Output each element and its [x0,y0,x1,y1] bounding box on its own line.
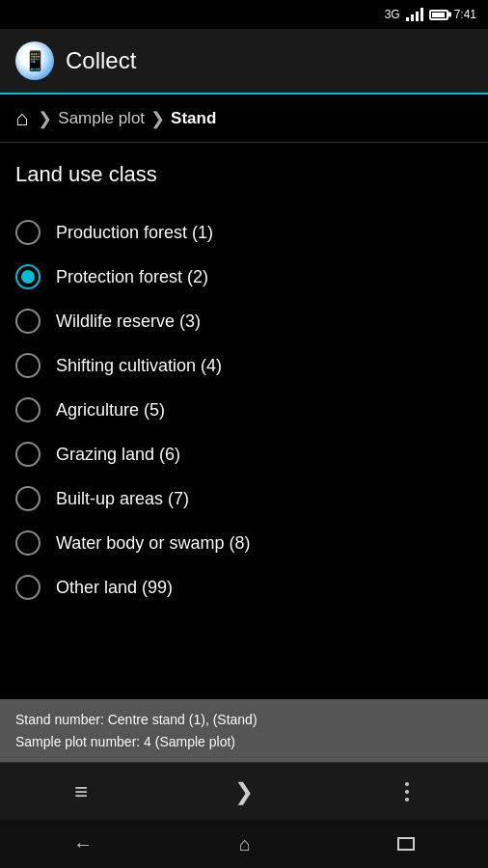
info-line-2: Sample plot number: 4 (Sample plot) [15,731,473,752]
radio-circle [15,575,41,600]
signal-icon [406,8,423,21]
radio-label: Wildlife reserve (3) [56,312,201,332]
radio-circle [15,264,41,289]
radio-circle [15,309,41,334]
battery-icon [429,10,448,20]
next-button[interactable]: ❯ [220,768,268,816]
recents-button[interactable] [397,837,415,851]
radio-item[interactable]: Production forest (1) [15,210,473,255]
chevron-icon-2: ❯ [150,108,165,129]
radio-circle [15,486,41,511]
recents-icon [397,837,415,851]
app-logo: 📱 [15,41,54,80]
status-bar: 3G 7:41 [0,0,488,29]
content-area: Land use class Production forest (1)Prot… [0,143,488,610]
radio-label: Other land (99) [56,578,173,598]
next-icon: ❯ [234,778,254,805]
radio-circle [15,353,41,378]
radio-list: Production forest (1)Protection forest (… [15,210,473,610]
radio-item[interactable]: Other land (99) [15,565,473,610]
info-bar: Stand number: Centre stand (1), (Stand) … [0,699,488,762]
app-header: 📱 Collect [0,29,488,95]
home-button[interactable]: ⌂ [239,833,251,855]
radio-circle [15,220,41,245]
radio-label: Grazing land (6) [56,445,180,465]
home-icon-sys: ⌂ [239,833,251,855]
breadcrumb-sample-plot[interactable]: Sample plot [58,109,145,128]
radio-item[interactable]: Water body or swamp (8) [15,521,473,565]
breadcrumb: ⌂ ❯ Sample plot ❯ Stand [0,95,488,143]
back-button[interactable]: ← [73,833,93,855]
radio-circle [15,397,41,422]
radio-label: Water body or swamp (8) [56,533,250,554]
radio-label: Agriculture (5) [56,400,165,420]
more-button[interactable] [383,768,431,816]
radio-item[interactable]: Shifting cultivation (4) [15,343,473,388]
radio-circle [15,442,41,467]
nav-bar: ≡ ❯ [0,762,488,820]
radio-item[interactable]: Protection forest (2) [15,255,473,299]
section-title: Land use class [15,162,473,187]
radio-label: Protection forest (2) [56,267,208,287]
menu-icon: ≡ [74,778,88,805]
radio-item[interactable]: Built-up areas (7) [15,476,473,521]
radio-label: Built-up areas (7) [56,489,189,509]
signal-label: 3G [385,8,400,21]
radio-item[interactable]: Agriculture (5) [15,388,473,432]
radio-item[interactable]: Grazing land (6) [15,432,473,476]
home-icon[interactable]: ⌂ [15,106,28,131]
back-icon: ← [73,833,93,855]
radio-label: Production forest (1) [56,223,213,243]
breadcrumb-stand: Stand [171,109,216,128]
menu-button[interactable]: ≡ [57,768,105,816]
chevron-icon-1: ❯ [38,108,52,129]
radio-item[interactable]: Wildlife reserve (3) [15,299,473,343]
more-icon [405,782,409,801]
radio-label: Shifting cultivation (4) [56,356,222,376]
info-line-1: Stand number: Centre stand (1), (Stand) [15,709,473,730]
app-title: Collect [66,47,136,74]
time-label: 7:41 [454,8,476,21]
system-nav: ← ⌂ [0,820,488,868]
radio-circle [15,530,41,556]
